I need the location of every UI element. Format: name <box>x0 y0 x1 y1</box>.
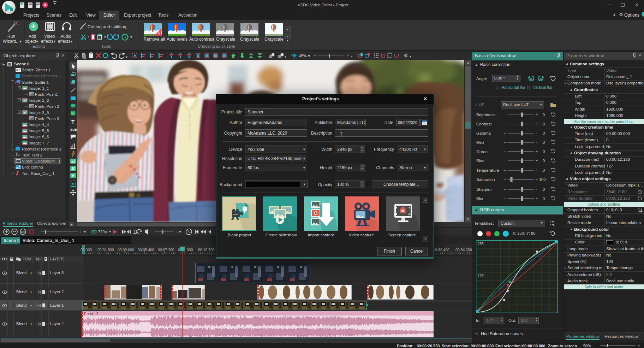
svg-text:NEW: NEW <box>233 213 238 216</box>
svg-text:T: T <box>71 119 74 125</box>
svg-text:0: 0 <box>478 308 481 312</box>
svg-text:100: 100 <box>21 231 25 233</box>
svg-text:–: – <box>37 229 40 234</box>
svg-text:+: + <box>79 230 81 234</box>
svg-text:+: + <box>176 230 178 234</box>
svg-text:✕: ✕ <box>157 32 160 35</box>
svg-text:90: 90 <box>539 78 542 80</box>
svg-text:90: 90 <box>530 78 533 80</box>
svg-text:255: 255 <box>478 242 484 246</box>
svg-text:720p: 720p <box>98 230 107 234</box>
svg-text:05: 05 <box>423 122 425 125</box>
svg-text:0:0: 0:0 <box>16 69 20 72</box>
svg-text:–: – <box>151 229 154 234</box>
svg-text:SUB: SUB <box>70 128 77 131</box>
svg-text:128: 128 <box>478 274 484 278</box>
